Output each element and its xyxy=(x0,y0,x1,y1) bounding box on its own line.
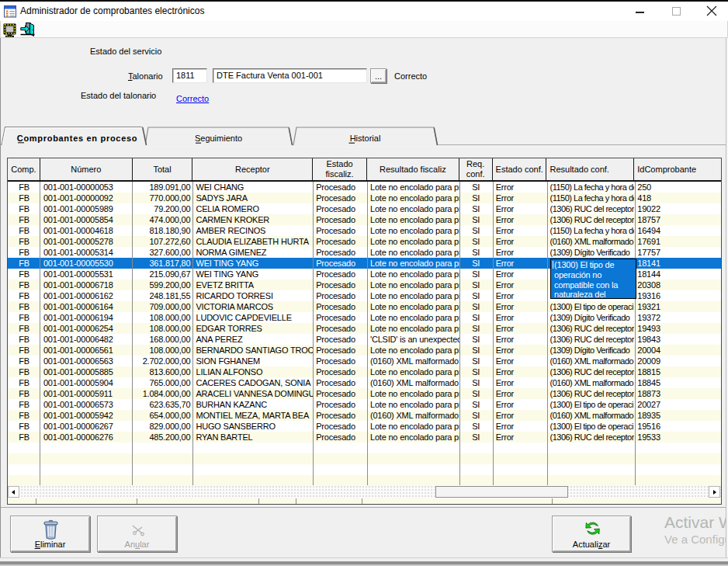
svg-text:Comprobantes en proceso: Comprobantes en proceso xyxy=(17,134,137,143)
svg-text:Historial: Historial xyxy=(350,134,381,143)
svg-text:Seguimiento: Seguimiento xyxy=(195,134,242,143)
